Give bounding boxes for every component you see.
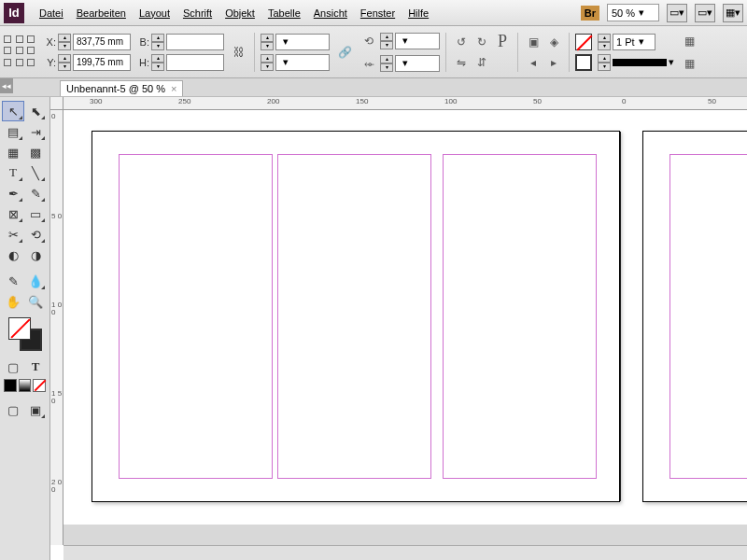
content-placer-tool[interactable]: ▩	[24, 142, 47, 162]
rectangle-frame-tool[interactable]: ⊠	[2, 203, 24, 224]
shear-icon: ⬰	[359, 54, 378, 73]
apply-gradient-swatch[interactable]	[19, 379, 32, 392]
rectangle-tool[interactable]: ▭	[24, 203, 47, 224]
flip-h-icon[interactable]: ⇋	[452, 53, 471, 72]
select-next-icon[interactable]: ▸	[544, 53, 563, 72]
pen-tool[interactable]: ✒	[2, 183, 24, 203]
type-tool[interactable]: T	[2, 162, 24, 183]
horizontal-scrollbar[interactable]	[63, 545, 747, 560]
view-mode-normal[interactable]: ▢	[2, 399, 24, 420]
spread-left[interactable]	[92, 131, 620, 502]
view-mode-dropdown-2[interactable]: ▭▾	[695, 4, 715, 22]
stroke-swatch[interactable]	[575, 54, 592, 71]
paragraph-icon[interactable]: P	[493, 33, 512, 51]
y-label: Y:	[43, 57, 56, 68]
spine-line	[620, 132, 621, 501]
height-label: H:	[136, 57, 149, 68]
chevron-down-icon: ▾	[639, 7, 644, 19]
stroke-style[interactable]	[613, 59, 667, 66]
reference-point-grid[interactable]	[4, 35, 37, 69]
menu-bearbeiten[interactable]: Bearbeiten	[71, 4, 132, 22]
menu-datei[interactable]: Datei	[34, 4, 69, 22]
ruler-origin[interactable]	[50, 97, 63, 110]
canvas-area: 300 250 200 150 100 50 0 50 0 5 0 1 0 0 …	[50, 97, 747, 560]
gradient-swatch-tool[interactable]: ◐	[2, 245, 24, 265]
fill-color[interactable]	[8, 317, 31, 340]
select-container-icon[interactable]: ▣	[524, 33, 543, 51]
width-label: B:	[136, 36, 149, 48]
rotate-icon: ⟲	[359, 32, 378, 50]
fill-swatch[interactable]	[575, 34, 592, 50]
fill-stroke-well[interactable]	[7, 315, 44, 353]
format-text-icon[interactable]: T	[24, 357, 47, 377]
format-container-icon[interactable]: ▢	[2, 357, 24, 377]
hand-tool[interactable]: ✋	[2, 291, 24, 312]
width-input[interactable]	[166, 34, 224, 50]
bridge-button[interactable]: Br	[581, 6, 599, 21]
control-bar: X: ▴▾ Y: ▴▾ B: ▴▾ H: ▴▾ ⛓ ▴▾▾ ▴▾▾ 🔗 ⟲▴▾▾…	[0, 26, 747, 78]
scissors-tool[interactable]: ✂	[2, 224, 24, 245]
column-guide-3	[443, 154, 597, 479]
x-input[interactable]	[73, 34, 131, 50]
transform-tool[interactable]: ⟲	[24, 224, 47, 245]
toolbox: ↖⬉ ▤⇥ ▦▩ T╲ ✒✎ ⊠▭ ✂⟲ ◐◑ ✎💧 ✋🔍 ▢T ▢▣	[0, 97, 50, 560]
view-mode-dropdown-3[interactable]: ▦▾	[723, 4, 743, 22]
constrain-proportions-icon[interactable]: ⛓	[230, 43, 248, 62]
close-tab-icon[interactable]: ×	[171, 83, 176, 94]
page-tool[interactable]: ▤	[2, 121, 24, 142]
horizontal-ruler[interactable]: 300 250 200 150 100 50 0 50	[63, 97, 747, 110]
apply-color-swatch[interactable]	[4, 379, 17, 392]
select-prev-icon[interactable]: ◂	[524, 53, 543, 72]
y-input[interactable]	[73, 54, 131, 71]
zoom-value: 50 %	[612, 7, 635, 19]
menu-schrift[interactable]: Schrift	[177, 4, 218, 22]
line-tool[interactable]: ╲	[24, 162, 47, 183]
column-guide-1	[119, 154, 273, 479]
select-content-icon[interactable]: ◈	[544, 33, 563, 51]
rotate-ccw-icon[interactable]: ↺	[452, 33, 471, 51]
document-tab-title: Unbenannt-5 @ 50 %	[66, 83, 165, 94]
pencil-tool[interactable]: ✎	[24, 183, 47, 203]
rotate-cw-icon[interactable]: ↻	[472, 33, 491, 51]
direct-selection-tool[interactable]: ⬉	[24, 101, 47, 121]
view-mode-dropdown-1[interactable]: ▭▾	[667, 4, 687, 22]
effects-icon[interactable]: ▦	[680, 32, 698, 50]
menu-layout[interactable]: Layout	[134, 4, 176, 22]
x-label: X:	[43, 36, 56, 48]
menu-ansicht[interactable]: Ansicht	[308, 4, 353, 22]
document-tab-bar: Unbenannt-5 @ 50 % ×	[0, 78, 747, 97]
apply-none-swatch[interactable]	[33, 379, 46, 392]
gap-tool[interactable]: ⇥	[24, 121, 47, 142]
column-guide-2	[277, 154, 431, 479]
vertical-ruler[interactable]: 0 5 0 1 0 0 1 5 0 2 0 0	[50, 110, 63, 545]
spread-right[interactable]	[642, 131, 747, 502]
app-logo[interactable]: Id	[4, 3, 24, 23]
menu-fenster[interactable]: Fenster	[355, 4, 401, 22]
menu-hilfe[interactable]: Hilfe	[402, 4, 434, 22]
zoom-level-combo[interactable]: 50 % ▾	[607, 4, 659, 21]
height-input[interactable]	[166, 54, 224, 71]
selection-tool[interactable]: ↖	[2, 101, 24, 121]
link-icon[interactable]: 🔗	[335, 43, 354, 62]
menu-tabelle[interactable]: Tabelle	[262, 4, 306, 22]
content-collector-tool[interactable]: ▦	[2, 142, 24, 162]
view-mode-preview[interactable]: ▣	[24, 399, 47, 420]
document-tab[interactable]: Unbenannt-5 @ 50 % ×	[60, 80, 183, 96]
menu-objekt[interactable]: Objekt	[219, 4, 261, 22]
eyedropper-tool[interactable]: 💧	[24, 271, 47, 291]
gradient-feather-tool[interactable]: ◑	[24, 245, 47, 265]
options-icon[interactable]: ▦	[680, 54, 698, 73]
zoom-tool[interactable]: 🔍	[24, 291, 47, 312]
note-tool[interactable]: ✎	[2, 271, 24, 291]
menu-bar: Id Datei Bearbeiten Layout Schrift Objek…	[0, 0, 747, 26]
collapse-handle[interactable]: ◂◂	[0, 78, 13, 93]
stroke-weight-combo[interactable]: 1 Pt▾	[613, 34, 655, 50]
column-guide-r1	[669, 154, 747, 479]
flip-v-icon[interactable]: ⇵	[472, 53, 491, 72]
pasteboard[interactable]	[63, 110, 747, 545]
